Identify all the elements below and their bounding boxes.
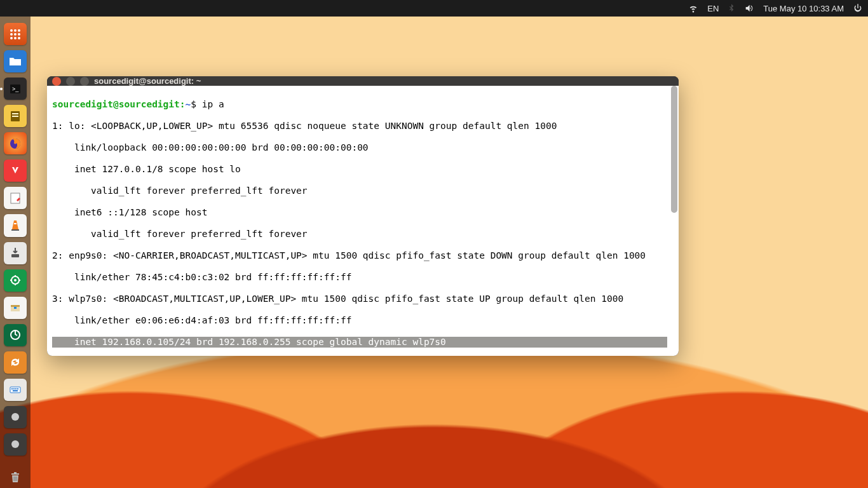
svg-point-5 bbox=[18, 33, 20, 36]
svg-rect-27 bbox=[13, 388, 15, 390]
window-minimize-button[interactable] bbox=[66, 77, 75, 86]
scrollbar-thumb[interactable] bbox=[671, 86, 677, 213]
svg-rect-15 bbox=[11, 193, 20, 203]
dock-system-updater[interactable] bbox=[4, 324, 27, 346]
dock-firefox[interactable] bbox=[4, 132, 27, 154]
svg-rect-23 bbox=[14, 307, 17, 309]
terminal-output-line: link/ether e0:06:e6:d4:af:03 brd ff:ff:f… bbox=[50, 315, 679, 326]
terminal-output-line: valid_lft forever preferred_lft forever bbox=[50, 229, 679, 240]
svg-point-7 bbox=[14, 37, 17, 39]
svg-point-6 bbox=[10, 37, 13, 39]
svg-text:>_: >_ bbox=[12, 86, 19, 92]
prompt-user-host: sourcedigit@sourcedigit: bbox=[52, 99, 186, 109]
terminal-output-line: 2: enp9s0: <NO-CARRIER,BROADCAST,MULTICA… bbox=[50, 250, 679, 261]
svg-rect-17 bbox=[14, 223, 17, 224]
power-icon[interactable] bbox=[853, 3, 863, 13]
svg-point-2 bbox=[18, 29, 20, 32]
terminal-scrollbar[interactable] bbox=[671, 86, 677, 356]
terminal-window[interactable]: sourcedigit@sourcedigit: ~ sourcedigit@s… bbox=[47, 76, 679, 356]
svg-point-3 bbox=[10, 33, 13, 36]
terminal-output-line: link/loopback 00:00:00:00:00:00 brd 00:0… bbox=[50, 142, 679, 153]
dock-indicator1[interactable] bbox=[4, 406, 27, 428]
svg-point-31 bbox=[11, 413, 19, 421]
dock-terminal[interactable]: >_ bbox=[4, 78, 27, 100]
wifi-icon[interactable] bbox=[688, 3, 698, 13]
window-title: sourcedigit@sourcedigit: ~ bbox=[94, 76, 201, 86]
dock-indicator2[interactable] bbox=[4, 433, 27, 456]
dock-trash[interactable] bbox=[4, 466, 27, 488]
window-close-button[interactable] bbox=[52, 77, 61, 86]
dock-sync[interactable] bbox=[4, 351, 27, 374]
svg-point-0 bbox=[10, 29, 13, 32]
svg-point-8 bbox=[18, 37, 20, 39]
svg-point-20 bbox=[14, 279, 17, 281]
terminal-output-line: inet6 ::1/128 scope host bbox=[50, 207, 679, 218]
bluetooth-icon[interactable] bbox=[726, 3, 736, 13]
dock-downloads[interactable] bbox=[4, 242, 27, 264]
svg-rect-12 bbox=[12, 113, 18, 114]
svg-rect-29 bbox=[17, 388, 18, 390]
window-titlebar[interactable]: sourcedigit@sourcedigit: ~ bbox=[47, 76, 679, 86]
terminal-output-line: link/ether 78:45:c4:b0:c3:02 brd ff:ff:f… bbox=[50, 272, 679, 283]
dock-vlc[interactable] bbox=[4, 214, 27, 236]
svg-rect-13 bbox=[12, 116, 18, 117]
svg-rect-16 bbox=[11, 229, 19, 231]
dock-software[interactable] bbox=[4, 297, 27, 319]
dock-text-editor[interactable] bbox=[4, 187, 27, 209]
terminal-output-line-highlighted: inet 192.168.0.105/24 brd 192.168.0.255 … bbox=[52, 337, 667, 348]
svg-rect-28 bbox=[15, 388, 17, 390]
clock[interactable]: Tue May 10 10:33 AM bbox=[763, 4, 844, 13]
dock-keyboard[interactable] bbox=[4, 379, 27, 401]
dock-files[interactable] bbox=[4, 50, 27, 72]
top-panel: EN Tue May 10 10:33 AM bbox=[0, 0, 868, 17]
svg-point-1 bbox=[14, 29, 17, 32]
svg-point-32 bbox=[11, 440, 19, 448]
svg-rect-18 bbox=[11, 254, 19, 257]
window-maximize-button[interactable] bbox=[80, 77, 89, 86]
svg-rect-30 bbox=[13, 390, 18, 391]
terminal-output-line: 3: wlp7s0: <BROADCAST,MULTICAST,UP,LOWER… bbox=[50, 294, 679, 304]
dock-show-applications[interactable] bbox=[4, 23, 27, 45]
terminal-output-line: valid_lft forever preferred_lft forever bbox=[50, 186, 679, 196]
dock-notes[interactable] bbox=[4, 105, 27, 127]
terminal-body[interactable]: sourcedigit@sourcedigit:~$ ip a 1: lo: <… bbox=[47, 86, 679, 356]
terminal-output-line: inet 127.0.0.1/8 scope host lo bbox=[50, 164, 679, 175]
dock-screenshot[interactable] bbox=[4, 269, 27, 292]
volume-icon[interactable] bbox=[744, 3, 754, 13]
svg-point-4 bbox=[14, 33, 17, 36]
prompt-path: ~ bbox=[186, 99, 191, 109]
dock-vivaldi[interactable] bbox=[4, 159, 27, 182]
svg-rect-25 bbox=[10, 387, 20, 393]
launcher-dock: >_ bbox=[0, 17, 31, 488]
prompt-symbol: $ bbox=[191, 99, 196, 109]
terminal-output-line: 1: lo: <LOOPBACK,UP,LOWER_UP> mtu 65536 … bbox=[50, 121, 679, 132]
svg-rect-22 bbox=[11, 305, 20, 307]
svg-rect-26 bbox=[11, 388, 13, 390]
terminal-command: ip a bbox=[202, 99, 224, 109]
language-indicator[interactable]: EN bbox=[707, 4, 719, 13]
